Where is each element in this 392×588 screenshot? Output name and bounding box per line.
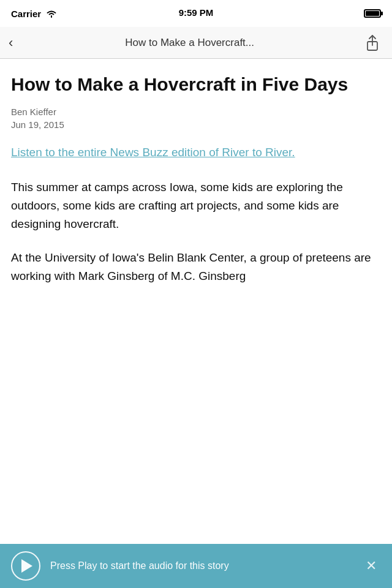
status-time: 9:59 PM [179,7,214,18]
close-icon: ✕ [366,559,377,573]
status-bar: Carrier 9:59 PM [0,0,392,27]
article-date: Jun 19, 2015 [11,119,381,130]
article-body: This summer at camps across Iowa, some k… [11,178,381,286]
nav-bar: ‹ How to Make a Hovercraft... [0,27,392,59]
article-link[interactable]: Listen to the entire News Buzz edition o… [11,146,295,159]
nav-title: How to Make a Hovercraft... [24,37,355,49]
article-content: How to Make a Hovercraft in Five Days Be… [0,59,392,544]
article-paragraph-2: At the University of Iowa's Belin Blank … [11,249,381,286]
article-link-wrapper[interactable]: Listen to the entire News Buzz edition o… [11,145,381,161]
status-left: Carrier [11,9,57,19]
article-author: Ben Kieffer [11,107,381,117]
back-button[interactable]: ‹ [9,32,18,53]
play-button[interactable] [11,551,40,581]
audio-message: Press Play to start the audio for this s… [50,560,352,573]
carrier-label: Carrier [11,9,41,19]
play-icon [21,559,32,573]
share-icon [366,34,379,51]
wifi-icon [46,9,57,18]
audio-bar: Press Play to start the audio for this s… [0,544,392,588]
status-right [364,9,381,18]
battery-icon [364,9,381,18]
article-title: How to Make a Hovercraft in Five Days [11,74,381,96]
share-button[interactable] [361,32,383,54]
close-audio-button[interactable]: ✕ [361,556,381,576]
article-paragraph-1: This summer at camps across Iowa, some k… [11,178,381,234]
